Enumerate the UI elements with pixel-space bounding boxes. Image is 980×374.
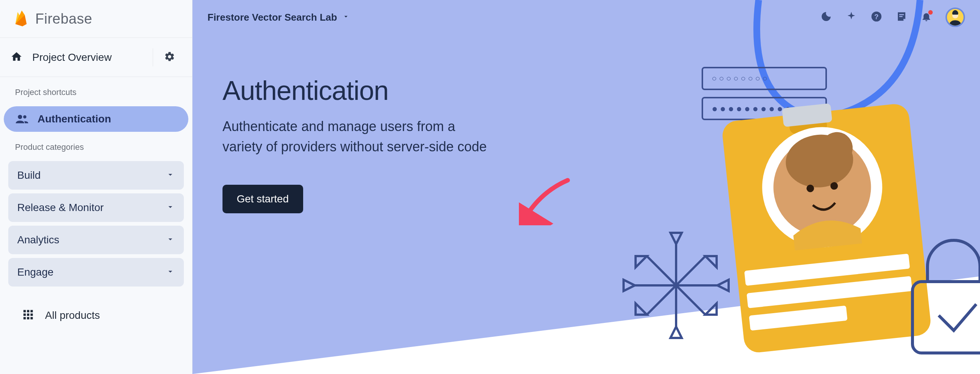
docs-button[interactable] xyxy=(896,11,907,24)
all-products-link[interactable]: All products xyxy=(0,302,192,329)
category-analytics[interactable]: Analytics xyxy=(8,226,184,254)
category-release-monitor[interactable]: Release & Monitor xyxy=(8,193,184,222)
get-started-button[interactable]: Get started xyxy=(223,185,303,213)
spark-button[interactable] xyxy=(846,11,857,24)
chevron-down-icon xyxy=(166,202,175,213)
svg-rect-14 xyxy=(899,16,903,17)
sidebar: Firebase Project Overview Project shortc… xyxy=(0,0,192,374)
svg-point-1 xyxy=(23,115,27,119)
svg-point-0 xyxy=(18,115,22,119)
svg-rect-7 xyxy=(30,313,33,316)
grid-icon xyxy=(22,309,34,322)
category-build[interactable]: Build xyxy=(8,161,184,190)
home-icon xyxy=(11,51,22,64)
shortcut-label: Authentication xyxy=(38,113,111,125)
all-products-label: All products xyxy=(45,309,100,321)
svg-text:?: ? xyxy=(874,13,878,21)
categories-heading: Product categories xyxy=(0,132,192,161)
project-switcher[interactable]: Firestore Vector Search Lab xyxy=(207,12,350,23)
notifications-button[interactable] xyxy=(921,11,932,24)
project-name: Firestore Vector Search Lab xyxy=(207,12,337,23)
category-engage[interactable]: Engage xyxy=(8,258,184,286)
moon-icon xyxy=(820,11,832,24)
shortcuts-heading: Project shortcuts xyxy=(0,77,192,106)
caret-down-icon xyxy=(342,13,350,22)
divider xyxy=(153,48,153,67)
chevron-down-icon xyxy=(166,235,175,245)
topbar-actions: ? xyxy=(820,8,965,27)
chevron-down-icon xyxy=(166,267,175,278)
svg-rect-9 xyxy=(27,317,29,319)
user-avatar[interactable] xyxy=(945,8,965,27)
svg-rect-4 xyxy=(30,310,33,312)
page-subtitle: Authenticate and manage users from a var… xyxy=(223,117,493,157)
hero-illustration: ○○○○○○○○ ●●●●●●●●●●●● xyxy=(582,0,980,374)
project-overview-link[interactable]: Project Overview xyxy=(11,51,148,64)
annotation-arrow xyxy=(519,176,571,227)
svg-rect-2 xyxy=(24,310,26,312)
hero-section: Firestore Vector Search Lab ? xyxy=(192,0,980,374)
firebase-logo-icon xyxy=(14,10,29,28)
svg-rect-13 xyxy=(899,14,904,15)
topbar: Firestore Vector Search Lab ? xyxy=(192,0,980,35)
project-settings-button[interactable] xyxy=(158,51,181,64)
help-icon: ? xyxy=(870,11,883,24)
theme-toggle-button[interactable] xyxy=(820,11,832,24)
svg-rect-8 xyxy=(24,317,26,319)
svg-text:○○○○○○○○: ○○○○○○○○ xyxy=(712,74,770,83)
sparkle-icon xyxy=(846,11,857,24)
page-title: Authentication xyxy=(223,75,493,106)
firebase-brand-name: Firebase xyxy=(35,11,92,27)
sidebar-item-authentication[interactable]: Authentication xyxy=(4,106,188,132)
people-icon xyxy=(16,115,29,123)
svg-rect-3 xyxy=(27,310,29,312)
note-icon xyxy=(896,11,907,24)
main-content: Firestore Vector Search Lab ? xyxy=(192,0,980,374)
firebase-brand[interactable]: Firebase xyxy=(0,0,192,38)
help-button[interactable]: ? xyxy=(870,11,883,24)
gear-icon xyxy=(164,51,175,64)
project-overview-label: Project Overview xyxy=(32,51,112,64)
notification-dot xyxy=(928,10,933,14)
svg-rect-6 xyxy=(27,313,29,316)
chevron-down-icon xyxy=(166,170,175,181)
svg-rect-10 xyxy=(30,317,33,319)
svg-rect-5 xyxy=(24,313,26,316)
